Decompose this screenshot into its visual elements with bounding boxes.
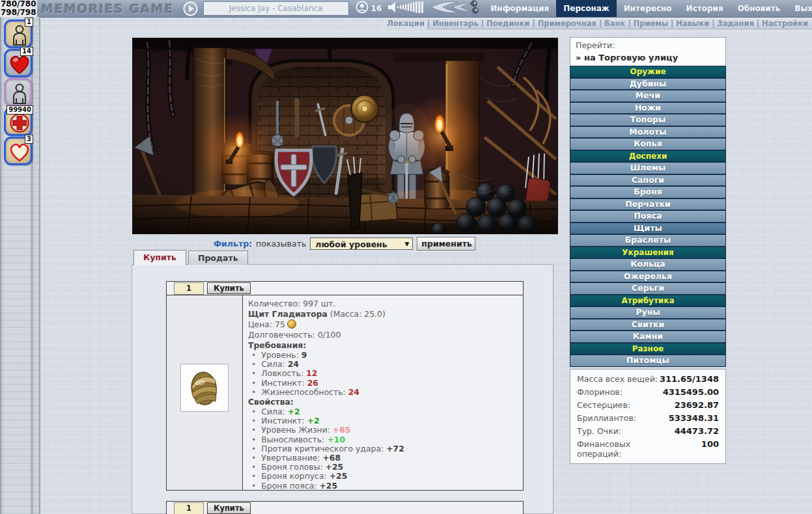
- category-item[interactable]: Перчатки: [570, 199, 725, 211]
- requirement-value: 12: [306, 368, 317, 378]
- top-menu-item[interactable]: Выход: [787, 0, 812, 17]
- category-item[interactable]: Дубины: [570, 79, 725, 91]
- item-durability: Долговечность: 0/100: [248, 330, 520, 340]
- stat-label: Бриллиантов:: [577, 413, 636, 423]
- toolbar-heart-outline-button[interactable]: 3: [4, 137, 33, 165]
- shop-item-block: КупитьКоличество: 997 шт.Щит Гладиатора …: [166, 281, 524, 491]
- quantity-input[interactable]: [174, 502, 204, 514]
- counter-badge: 3: [25, 135, 33, 144]
- property-value: +65: [333, 425, 351, 435]
- stat-row: Бриллиантов:533348.31: [577, 413, 719, 423]
- category-item[interactable]: Топоры: [570, 115, 725, 127]
- stat-label: Сестерциев:: [577, 400, 630, 410]
- secondary-menu: ЛокацииИнвентарьПоединкиПримерочнаяБанкП…: [427, 18, 812, 29]
- nav-menu-item[interactable]: Локации: [387, 19, 425, 28]
- category-item[interactable]: Кольца: [570, 259, 725, 271]
- property-value: +68: [322, 453, 341, 463]
- category-item[interactable]: Щиты: [570, 223, 725, 236]
- top-menu-item[interactable]: История: [679, 0, 731, 17]
- stat-value: 4315495.00: [663, 387, 719, 397]
- property-line: Броня головы: +25: [248, 463, 520, 472]
- property-line: Выносливость: +10: [248, 435, 520, 444]
- category-item[interactable]: Сапоги: [570, 175, 725, 187]
- requirement-line: Ловкость: 12: [248, 369, 520, 378]
- stat-value: 311.65/1348: [660, 374, 719, 384]
- radio-track-input[interactable]: [203, 1, 349, 16]
- nav-menu-item[interactable]: Инвентарь: [425, 19, 479, 28]
- item-name: Щит Гладиатора: [248, 309, 328, 319]
- requirement-line: Инстинкт: 26: [248, 379, 520, 388]
- tab-buy[interactable]: Купить: [133, 250, 186, 265]
- category-item[interactable]: Свитки: [570, 319, 725, 332]
- category-item[interactable]: Молоты: [570, 127, 725, 139]
- item-image[interactable]: [180, 364, 229, 412]
- nav-menu-item[interactable]: Задания: [709, 19, 754, 28]
- top-menu-item[interactable]: Персонаж: [556, 0, 616, 17]
- requirements-title: Требования:: [248, 340, 520, 351]
- category-section-header: Разное: [570, 344, 725, 356]
- quantity-input[interactable]: [174, 282, 204, 295]
- filter-label[interactable]: Фильтр:: [214, 239, 252, 249]
- stat-label: Масса всех вещей:: [577, 374, 658, 384]
- stat-row: Масса всех вещей:311.65/1348: [577, 374, 719, 384]
- category-item[interactable]: Руны: [570, 307, 725, 319]
- stat-value: 533348.31: [669, 413, 719, 423]
- wings-ornament-icon: [430, 0, 483, 18]
- toolbar-medcross-button[interactable]: 99940: [4, 107, 33, 136]
- category-item[interactable]: Броня: [570, 187, 725, 199]
- property-value: +25: [326, 462, 344, 472]
- nav-menu-item[interactable]: Приемы: [625, 19, 668, 28]
- stat-value: 23692.87: [675, 400, 719, 410]
- level-filter-select[interactable]: любой уровень: [310, 237, 413, 250]
- category-section-header: Оружие: [570, 66, 725, 79]
- filter-prefix-text: показывать: [256, 239, 306, 249]
- category-item[interactable]: Шлемы: [570, 163, 725, 175]
- property-line: Уровень Жизни: +65: [248, 426, 520, 435]
- category-item[interactable]: Браслеты: [570, 235, 725, 247]
- top-menu-item[interactable]: Обновить: [731, 0, 788, 17]
- category-item[interactable]: Серьги: [570, 283, 725, 295]
- nav-menu-item[interactable]: Поединки: [479, 19, 530, 28]
- property-value: +25: [319, 481, 337, 490]
- buy-button[interactable]: Купить: [207, 502, 251, 514]
- toolbar-heart-button[interactable]: 14: [4, 49, 33, 77]
- mp-value: 798/798: [1, 8, 37, 17]
- nav-menu-item[interactable]: Банк: [596, 19, 626, 28]
- nav-menu-item[interactable]: Настройки: [754, 19, 808, 28]
- requirement-line: Жизнеспособность: 24: [248, 388, 520, 397]
- counter-badge: 99940: [7, 105, 33, 115]
- toolbar-person-button[interactable]: [4, 78, 33, 107]
- gold-coin-icon: [287, 319, 296, 329]
- buy-button[interactable]: Купить: [207, 282, 251, 294]
- top-menu-item[interactable]: Интересно: [617, 0, 679, 17]
- category-item[interactable]: Ножи: [570, 103, 725, 115]
- volume-control[interactable]: [387, 1, 425, 16]
- toolbar-person-button[interactable]: 1: [4, 20, 33, 48]
- property-value: +2: [307, 416, 320, 426]
- goto-trading-street-link[interactable]: » на Торговую улицу: [576, 53, 720, 62]
- stat-row: Тур. Очки:44473.72: [577, 426, 719, 436]
- item-details-row: Количество: 997 шт.Щит Гладиатора (Масса…: [166, 295, 524, 491]
- nav-menu-item[interactable]: Примерочная: [529, 19, 596, 28]
- property-line: Броня корпуса: +25: [248, 472, 520, 481]
- category-item[interactable]: Мечи: [570, 90, 725, 103]
- item-name-line: Щит Гладиатора (Масса: 25.0): [248, 309, 520, 319]
- nav-menu-item[interactable]: Навыки: [668, 19, 709, 28]
- category-item[interactable]: Пояса: [570, 211, 725, 223]
- top-menu-item[interactable]: Информация: [483, 0, 556, 17]
- category-item[interactable]: Питомцы: [570, 355, 725, 366]
- play-button[interactable]: [183, 1, 198, 16]
- game-page: 780/780 798/798 MEMORIES GAME 16 Информа…: [0, 0, 812, 514]
- category-item[interactable]: Ожерелья: [570, 271, 725, 284]
- item-buy-bar: Купить: [166, 501, 524, 514]
- category-item[interactable]: Камни: [570, 331, 725, 344]
- counter-badge: 14: [20, 47, 33, 56]
- requirement-line: Уровень: 9: [248, 351, 520, 360]
- requirement-value: 26: [307, 378, 318, 388]
- category-item[interactable]: Копья: [570, 139, 725, 151]
- category-section-header: Украшения: [570, 247, 725, 260]
- tab-sell[interactable]: Продать: [188, 250, 248, 265]
- game-logo: MEMORIES GAME: [41, 1, 174, 16]
- apply-filter-button[interactable]: применить: [417, 237, 475, 250]
- property-line: Увертывание: +68: [248, 453, 520, 463]
